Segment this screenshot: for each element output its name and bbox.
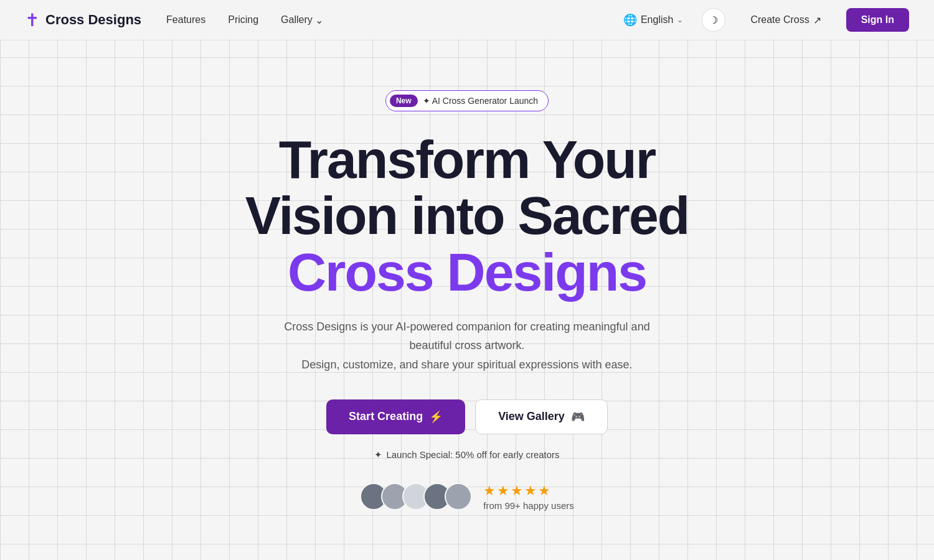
nav-right: 🌐 English ⌄ ☽ Create Cross ↗ Sign In — [617, 8, 909, 32]
dark-mode-button[interactable]: ☽ — [702, 8, 725, 32]
hero-subtext-line2: Design, customize, and share your spirit… — [301, 358, 632, 371]
badge-new-label: New — [390, 95, 418, 107]
logo-cross-icon: ✝ — [25, 10, 39, 30]
star-2: ★ — [497, 483, 509, 499]
user-avatars — [360, 483, 472, 510]
hero-heading-line1: Transform Your — [279, 129, 655, 189]
hero-heading: Transform Your Vision into Sacred Cross … — [245, 131, 689, 300]
view-gallery-label: View Gallery — [498, 410, 565, 423]
hero-section: New ✦ AI Cross Generator Launch Transfor… — [0, 40, 934, 511]
hero-subtext-line1: Cross Designs is your AI-powered compani… — [284, 320, 649, 352]
gallery-label: Gallery — [281, 14, 313, 26]
start-creating-button[interactable]: Start Creating ⚡ — [326, 399, 465, 434]
badge-announcement-text: ✦ AI Cross Generator Launch — [423, 96, 539, 106]
star-1: ★ — [483, 483, 496, 499]
nav-link-pricing[interactable]: Pricing — [228, 14, 258, 26]
star-3: ★ — [511, 483, 523, 499]
logo-text: Cross Designs — [45, 12, 141, 28]
create-cross-button[interactable]: Create Cross ↗ — [738, 9, 833, 31]
chevron-down-icon: ⌄ — [315, 14, 323, 26]
sparkle-icon: ✦ — [374, 449, 382, 460]
nav-left: ✝ Cross Designs Features Pricing Gallery… — [25, 10, 323, 30]
chevron-down-icon: ⌄ — [677, 16, 683, 24]
discord-icon: 🎮 — [571, 410, 585, 424]
sign-in-button[interactable]: Sign In — [846, 8, 909, 32]
rating-block: ★ ★ ★ ★ ★ from 99+ happy users — [483, 483, 574, 511]
hero-heading-line3: Cross Designs — [288, 242, 646, 302]
announcement-badge: New ✦ AI Cross Generator Launch — [385, 90, 549, 111]
hero-subtext: Cross Designs is your AI-powered compani… — [268, 317, 666, 375]
cta-row: Start Creating ⚡ View Gallery 🎮 — [326, 399, 608, 434]
social-proof: ★ ★ ★ ★ ★ from 99+ happy users — [360, 483, 574, 511]
star-4: ★ — [524, 483, 537, 499]
star-5: ★ — [538, 483, 550, 499]
avatar-5 — [445, 483, 472, 510]
moon-icon: ☽ — [709, 14, 718, 26]
create-cross-label: Create Cross — [750, 14, 809, 26]
hero-heading-line2: Vision into Sacred — [245, 185, 689, 245]
logo-link[interactable]: ✝ Cross Designs — [25, 10, 141, 30]
language-label: English — [641, 14, 673, 26]
lightning-icon: ⚡ — [429, 410, 443, 424]
external-link-icon: ↗ — [813, 14, 821, 26]
language-selector[interactable]: 🌐 English ⌄ — [617, 9, 689, 30]
nav-link-gallery[interactable]: Gallery ⌄ — [281, 14, 323, 26]
navbar: ✝ Cross Designs Features Pricing Gallery… — [0, 0, 934, 40]
globe-icon: 🌐 — [623, 13, 637, 27]
start-creating-label: Start Creating — [349, 410, 423, 423]
view-gallery-button[interactable]: View Gallery 🎮 — [475, 399, 608, 434]
nav-links: Features Pricing Gallery ⌄ — [166, 14, 323, 26]
launch-special-text: Launch Special: 50% off for early creato… — [386, 449, 559, 460]
nav-link-features[interactable]: Features — [166, 14, 205, 26]
star-rating: ★ ★ ★ ★ ★ — [483, 483, 550, 499]
rating-text: from 99+ happy users — [483, 500, 574, 511]
launch-special-banner: ✦ Launch Special: 50% off for early crea… — [374, 449, 559, 460]
